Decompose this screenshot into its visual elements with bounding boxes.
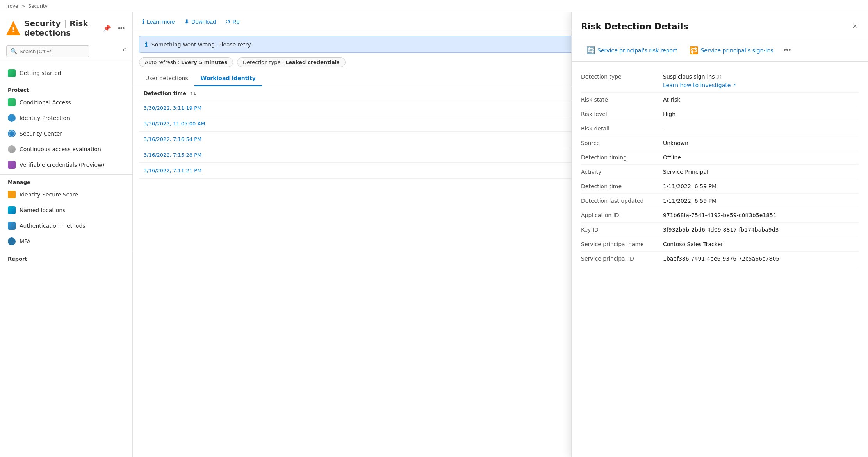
rp-tab-sign-ins[interactable]: 🔁 Service principal's sign-ins bbox=[684, 43, 779, 57]
sidebar-item-identity-score[interactable]: Identity Secure Score bbox=[0, 187, 132, 202]
page-title: Security|Risk detections bbox=[24, 19, 98, 37]
sidebar-item-label: Continuous access evaluation bbox=[20, 146, 101, 152]
named-locations-icon bbox=[8, 206, 16, 214]
right-panel-header: Risk Detection Details × bbox=[572, 12, 868, 39]
more-options-icon[interactable]: ••• bbox=[116, 24, 126, 32]
search-input[interactable] bbox=[20, 48, 85, 54]
warning-icon bbox=[6, 21, 20, 35]
sidebar-item-conditional-access[interactable]: Conditional Access bbox=[0, 95, 132, 110]
detection-time-cell[interactable]: 3/30/2022, 3:11:19 PM bbox=[139, 100, 574, 116]
detail-value: High bbox=[663, 111, 676, 117]
detail-value-cell: Offline bbox=[663, 154, 859, 161]
detail-label: Risk level bbox=[581, 111, 663, 117]
detail-value: Unknown bbox=[663, 140, 688, 146]
detail-value: 971b68fa-7541-4192-be59-c0ff3b5e1851 bbox=[663, 212, 777, 218]
detail-row: Detection timing Offline bbox=[581, 150, 859, 165]
sidebar-item-identity-protection[interactable]: Identity Protection bbox=[0, 110, 132, 126]
detail-value: 1/11/2022, 6:59 PM bbox=[663, 198, 717, 204]
col-detection-time[interactable]: Detection time ↑↓ bbox=[139, 86, 574, 100]
learn-investigate-link[interactable]: Learn how to investigate ↗ bbox=[663, 82, 859, 88]
sidebar-item-verifiable-credentials[interactable]: Verifiable credentials (Preview) bbox=[0, 157, 132, 173]
detail-value: Service Principal bbox=[663, 169, 708, 175]
detail-value: 3f932b5b-2bd6-4d09-8817-fb174baba9d3 bbox=[663, 227, 779, 233]
sidebar-item-label: Authentication methods bbox=[20, 223, 86, 229]
sidebar-item-getting-started[interactable]: Getting started bbox=[0, 65, 132, 81]
detail-row: Risk level High bbox=[581, 107, 859, 121]
learn-more-button[interactable]: ℹ Learn more bbox=[139, 16, 178, 27]
detail-label: Detection timing bbox=[581, 154, 663, 161]
detection-time-cell[interactable]: 3/16/2022, 7:11:21 PM bbox=[139, 163, 574, 179]
sidebar: Security|Risk detections 📌 ••• 🔍 « Getti… bbox=[0, 12, 133, 457]
rp-tab-label: Service principal's sign-ins bbox=[700, 47, 773, 54]
detection-time-cell[interactable]: 3/16/2022, 7:16:54 PM bbox=[139, 132, 574, 147]
rp-tab-signin-icon: 🔁 bbox=[690, 46, 698, 54]
detail-label: Application ID bbox=[581, 212, 663, 218]
detail-row: Detection time 1/11/2022, 6:59 PM bbox=[581, 179, 859, 194]
detection-time-cell[interactable]: 3/30/2022, 11:05:00 AM bbox=[139, 116, 574, 132]
detail-label: Service principal name bbox=[581, 241, 663, 247]
search-icon: 🔍 bbox=[11, 48, 17, 54]
section-protect: Protect bbox=[0, 82, 132, 95]
detail-value-cell: - bbox=[663, 125, 859, 132]
close-panel-button[interactable]: × bbox=[851, 20, 859, 32]
detail-value-cell: 1baef386-7491-4ee6-9376-72c5a66e7805 bbox=[663, 255, 859, 262]
sidebar-item-mfa[interactable]: MFA bbox=[0, 234, 132, 249]
sidebar-scroll: Getting started Protect Conditional Acce… bbox=[0, 62, 132, 457]
breadcrumb-parent[interactable]: rove bbox=[8, 4, 18, 9]
collapse-sidebar-button[interactable]: « bbox=[123, 46, 126, 53]
detail-value-cell: 1/11/2022, 6:59 PM bbox=[663, 183, 859, 189]
sidebar-item-label: Named locations bbox=[20, 207, 65, 213]
filter-auto-refresh[interactable]: Auto refresh : Every 5 minutes bbox=[139, 57, 233, 67]
detail-value-cell: Service Principal bbox=[663, 169, 859, 175]
right-panel-tabs: 🔄 Service principal's risk report 🔁 Serv… bbox=[572, 39, 868, 62]
download-button[interactable]: ⬇ Download bbox=[181, 16, 219, 27]
detail-row: Key ID 3f932b5b-2bd6-4d09-8817-fb174baba… bbox=[581, 223, 859, 237]
refresh-icon: ↺ bbox=[225, 18, 230, 25]
getting-started-icon bbox=[8, 69, 16, 77]
auth-methods-icon bbox=[8, 222, 16, 230]
detail-value: At risk bbox=[663, 96, 680, 103]
continuous-access-icon bbox=[8, 145, 16, 153]
detail-value-cell: Contoso Sales Tracker bbox=[663, 241, 859, 247]
tab-workload-identity[interactable]: Workload identity bbox=[194, 71, 262, 86]
refresh-button[interactable]: ↺ Re bbox=[222, 16, 243, 27]
identity-score-icon bbox=[8, 191, 16, 198]
detail-value: Offline bbox=[663, 154, 681, 161]
rp-tab-risk-icon: 🔄 bbox=[586, 46, 595, 54]
detail-label: Activity bbox=[581, 169, 663, 175]
filter-detection-type[interactable]: Detection type : Leaked credentials bbox=[237, 57, 346, 67]
detail-label: Service principal ID bbox=[581, 255, 663, 262]
sidebar-item-label: Security Center bbox=[20, 130, 62, 137]
verifiable-credentials-icon bbox=[8, 161, 16, 169]
breadcrumb-current[interactable]: Security bbox=[29, 4, 48, 9]
detail-value-cell: Unknown bbox=[663, 140, 859, 146]
detail-row: Application ID 971b68fa-7541-4192-be59-c… bbox=[581, 208, 859, 223]
sidebar-item-security-center[interactable]: Security Center bbox=[0, 126, 132, 141]
sidebar-item-auth-methods[interactable]: Authentication methods bbox=[0, 218, 132, 234]
info-icon: ⓘ bbox=[717, 74, 721, 80]
download-icon: ⬇ bbox=[184, 18, 189, 25]
detail-label: Key ID bbox=[581, 227, 663, 233]
detail-value: Contoso Sales Tracker bbox=[663, 241, 723, 247]
sidebar-item-continuous-access[interactable]: Continuous access evaluation bbox=[0, 141, 132, 157]
detail-value-cell: At risk bbox=[663, 96, 859, 103]
sort-icon: ↑↓ bbox=[189, 91, 196, 96]
breadcrumb-separator: > bbox=[21, 4, 25, 9]
section-report: Report bbox=[0, 251, 132, 263]
detail-value-cell: Suspicious sign-ins ⓘLearn how to invest… bbox=[663, 73, 859, 88]
rp-tab-risk-report[interactable]: 🔄 Service principal's risk report bbox=[581, 43, 683, 57]
section-manage: Manage bbox=[0, 174, 132, 187]
detection-time-cell[interactable]: 3/16/2022, 7:15:28 PM bbox=[139, 147, 574, 163]
tab-user-detections[interactable]: User detections bbox=[139, 71, 194, 86]
sidebar-item-named-locations[interactable]: Named locations bbox=[0, 202, 132, 218]
detail-row: Source Unknown bbox=[581, 136, 859, 150]
rp-more-button[interactable]: ••• bbox=[781, 45, 794, 56]
security-center-icon bbox=[8, 130, 16, 137]
pin-icon[interactable]: 📌 bbox=[102, 24, 112, 33]
identity-protection-icon bbox=[8, 114, 16, 122]
external-link-icon: ↗ bbox=[732, 83, 736, 88]
sidebar-item-label: Conditional Access bbox=[20, 99, 71, 105]
info-icon: ℹ bbox=[142, 18, 144, 25]
detail-value: 1/11/2022, 6:59 PM bbox=[663, 183, 717, 189]
detail-row: Service principal ID 1baef386-7491-4ee6-… bbox=[581, 252, 859, 266]
